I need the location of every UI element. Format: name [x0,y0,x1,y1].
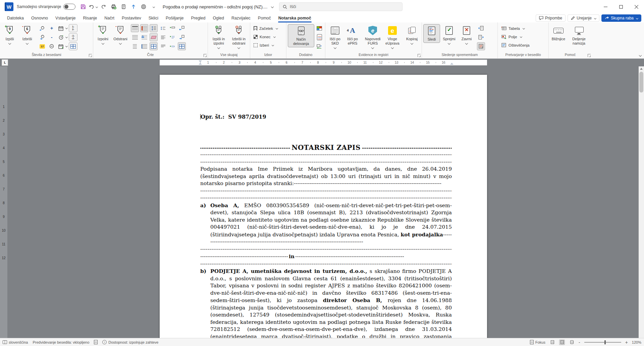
text-prediction-status[interactable]: Predvidevanje besedila: vklopljeno [33,340,89,344]
kopiraj-button[interactable]: Kopiraj [404,24,420,45]
language-status[interactable]: slovenščina [3,340,28,344]
close-button[interactable] [629,0,644,13]
table-words-button[interactable] [69,42,77,50]
table-lines-button[interactable] [150,42,158,50]
nacin-delovanja-button[interactable]: Način delovanja [288,24,314,47]
eraser-lines-button[interactable] [150,33,158,41]
izpisi-button[interactable]: 9+ Izpiši [1,24,18,45]
right-indent-marker[interactable] [450,63,453,65]
isci-po-eprs-button[interactable]: 4A Išči po ePRS [344,24,361,47]
print-preview-button[interactable] [109,2,118,11]
line-house-button[interactable] [140,33,148,41]
date-words-button[interactable] [57,24,65,32]
link-number-button[interactable] [48,42,56,50]
izpisi-in-izpolni-button[interactable]: Izpiši in izpolni [209,24,228,50]
amount-words-button[interactable]: 1-2- [69,24,77,32]
tab-osnovno[interactable]: Osnovno [28,13,52,22]
time-words-button[interactable] [57,33,65,41]
document-title[interactable]: Pogodba o prodaji nepremičnin - odložni … [163,4,273,9]
evidence-dialog-launcher[interactable] [418,54,421,57]
isci-po-skd-button[interactable]: Išči po SKD [327,24,343,50]
document-heading[interactable]: ----------------------------------------… [200,144,452,152]
table-swap-button[interactable] [315,42,323,50]
list-lines-button[interactable] [159,33,167,41]
zoom-out-button[interactable]: - [579,341,580,344]
cell-left-button[interactable] [178,24,186,32]
izbrisi-in-odstrani-button[interactable]: Izbriši in odstrani [229,24,249,50]
tab-selector[interactable]: L [2,59,8,66]
upload-button[interactable] [129,2,138,11]
datetime-words-button[interactable] [57,42,65,50]
save-button[interactable] [79,2,88,11]
autosave-toggle[interactable] [63,4,75,10]
qat-customize-icon[interactable] [149,2,158,11]
cell-right-button[interactable] [178,33,186,41]
datetime-dropdown-icon[interactable] [65,45,68,47]
line-red-border-button[interactable] [140,24,148,32]
dash-filler-line[interactable]: ----------------------------------------… [200,151,452,159]
dash-filler-line[interactable]: ----------------------------------------… [200,261,452,268]
tab-postavitev[interactable]: Postavitev [118,13,145,22]
add-number-button[interactable]: + [48,24,56,32]
hanging-indent-marker[interactable] [199,63,202,65]
izberi-button[interactable]: Izberi [252,41,285,49]
deljenje-namizja-button[interactable]: Deljenje namizja [568,24,590,47]
search-box[interactable]: Išči [279,2,402,11]
tab-pošiljanje[interactable]: Pošiljanje [162,13,187,22]
doc-extra-button[interactable] [315,33,323,41]
zoom-in-button[interactable]: + [625,341,628,344]
highlight-17-button[interactable]: 17 [38,42,46,50]
dash-filler-line[interactable]: ----------------------------------------… [200,194,452,202]
tab-vstavljanje[interactable]: Vstavljanje [52,13,79,22]
pomoc-dialog-launcher[interactable] [588,54,591,57]
tab-razvijalec[interactable]: Razvijalec [228,13,254,22]
prev-change-button[interactable] [477,24,485,32]
tab-datoteka[interactable]: Datoteka [3,13,28,22]
time-dropdown-icon[interactable] [65,36,68,38]
izpolni-button[interactable]: + Izpolni [95,24,111,45]
vertical-ruler[interactable]: 123456789101112 [0,66,7,338]
print-layout-button[interactable] [559,340,565,345]
tab-pomoč[interactable]: Pomoč [254,13,275,22]
read-aloud-button[interactable] [119,2,128,11]
paragraph[interactable]: a)Oseba A, EMŠO 0803905354589 (nič-osem-… [200,202,452,246]
redo-button[interactable] [99,2,108,11]
konec-button[interactable]: Konec [252,33,285,41]
maximize-button[interactable] [613,0,629,13]
tab-pregled[interactable]: Pregled [187,13,209,22]
markup-button[interactable] [477,42,485,50]
indent-line-3-button[interactable] [168,42,176,50]
negative-words-button[interactable]: -1--2- [69,33,77,41]
ostevilcenja-button[interactable]: Oštevilčenja [499,41,547,49]
paragraph[interactable]: b)PODJETJE A, umetniška dejavnost in tur… [200,268,452,338]
tab-sklici[interactable]: Sklici [145,13,162,22]
dash-filler-line[interactable]: ----------------------------------------… [200,246,452,253]
undo-dropdown-icon[interactable] [96,5,98,8]
indent-line-1-button[interactable] [168,24,176,32]
tab-risanje[interactable]: Risanje [79,13,101,22]
line-short-button[interactable] [131,42,139,50]
odstrani-button[interactable]: - Odstrani [112,24,129,45]
undo-button[interactable] [89,2,98,11]
dash-filler-line[interactable]: ----------------------------------------… [200,159,452,166]
sprejmi-button[interactable]: ✓ Sprejmi [441,24,458,45]
izbrisi-button[interactable]: 6- Izbriši [19,24,36,45]
search-forward-button[interactable] [38,33,46,41]
share-button[interactable]: Skupna raba [601,14,641,22]
bliznjice-button[interactable]: Bližnjice [550,24,567,42]
indent-line-2-button[interactable] [168,33,176,41]
tab-ogled[interactable]: Ogled [209,13,228,22]
line-attach-button[interactable] [140,42,148,50]
cell-table-button[interactable] [178,42,186,50]
para-lines-button[interactable] [159,42,167,50]
polje-button[interactable]: Polje [499,33,547,41]
read-mode-button[interactable] [549,340,555,345]
vertical-scrollbar[interactable] [639,66,644,338]
web-layout-button[interactable] [569,340,575,345]
collapse-ribbon-icon[interactable] [639,54,642,57]
accessibility-status[interactable]: iDostopnost: izpolnjuje zahteve [102,340,158,344]
remove-number-button[interactable]: - [48,33,56,41]
scrollbar-thumb[interactable] [639,72,643,93]
crte-dialog-launcher[interactable] [204,54,207,57]
line-fill-button[interactable] [131,24,139,32]
